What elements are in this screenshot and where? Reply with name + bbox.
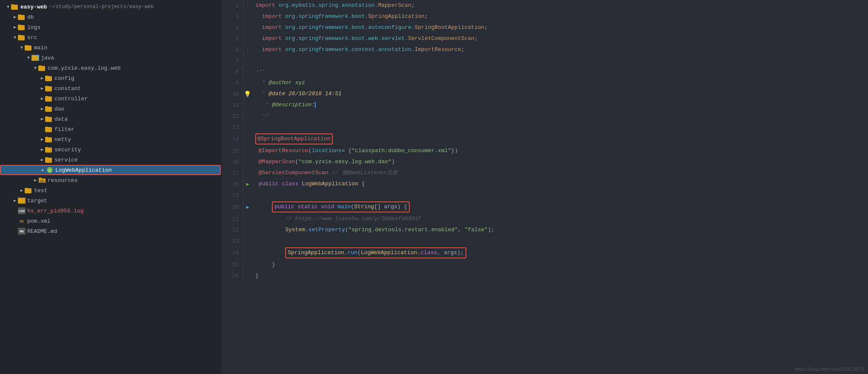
tree-item-target[interactable]: target <box>0 196 221 206</box>
code-content-16: @MapperScan("com.yzxie.easy.log.web.dao"… <box>252 156 868 167</box>
label-package: com.yzxie.easy.log.web <box>48 65 121 71</box>
fold-icon-6[interactable]: ▾ <box>246 47 249 52</box>
code-content-3: import org.springframework.boot.SpringAp… <box>252 11 868 22</box>
tree-item-netty[interactable]: netty <box>0 134 221 144</box>
folder-icon-dao <box>45 106 53 112</box>
line-num-19: 19 <box>221 190 243 201</box>
code-content-23 <box>252 235 868 246</box>
code-line-24: 24 SpringApplication.run(LogWebApplicati… <box>221 246 868 259</box>
code-line-8: 8 ▾ /** <box>221 66 868 77</box>
code-line-18: 18 ▶ public class LogWebApplication { <box>221 178 868 190</box>
arrow-main <box>19 45 25 50</box>
arrow-data <box>39 116 45 122</box>
arrow-netty <box>39 137 45 142</box>
gutter-6[interactable]: ▾ <box>243 44 252 55</box>
tree-item-config[interactable]: config <box>0 73 221 83</box>
lightbulb-icon-10: 💡 <box>244 91 251 98</box>
code-line-14: 14 @SpringBootApplication <box>221 133 868 145</box>
tree-item-dao[interactable]: dao <box>0 104 221 114</box>
fold-icon-17[interactable]: ▵ <box>246 170 249 176</box>
tree-item-data[interactable]: data <box>0 114 221 124</box>
folder-icon-filter <box>45 126 53 132</box>
folder-icon-service <box>45 157 53 163</box>
tree-item-service[interactable]: service <box>0 155 221 165</box>
tree-item-main[interactable]: main <box>0 42 221 53</box>
gutter-16 <box>243 156 252 167</box>
tree-item-db[interactable]: db <box>0 12 221 22</box>
fold-icon-2[interactable]: ▾ <box>246 3 249 8</box>
resources-icon <box>38 177 46 183</box>
tree-item-logerr[interactable]: LOG hs_err_pid958.log <box>0 206 221 216</box>
code-line-6: 6 ▾ import org.springframework.context.a… <box>221 44 868 55</box>
run-blue-icon[interactable]: ▶ <box>246 204 249 210</box>
code-line-9: 9 * @author xyz <box>221 77 868 88</box>
tree-item-controller[interactable]: controller <box>0 94 221 104</box>
code-content-21: // https://www.jianshu.com/p/3bdaafd0993… <box>252 213 868 224</box>
code-content-14: @SpringBootApplication <box>252 133 868 145</box>
arrow-config <box>39 76 45 81</box>
gutter-2[interactable]: ▾ <box>243 0 252 11</box>
arrow-controller <box>39 96 45 101</box>
line-num-12: 12 <box>221 110 243 122</box>
gutter-13 <box>243 122 252 133</box>
gutter-20[interactable]: ▶ <box>243 201 252 213</box>
tree-item-easy-web[interactable]: easy-web ~/study/personal-projects/easy-… <box>0 2 221 12</box>
gutter-21 <box>243 213 252 224</box>
gutter-3 <box>243 11 252 22</box>
tree-item-test[interactable]: test <box>0 185 221 196</box>
folder-icon-package <box>38 65 46 71</box>
file-tree[interactable]: easy-web ~/study/personal-projects/easy-… <box>0 0 221 374</box>
code-line-4: 4 import org.springframework.boot.autoco… <box>221 22 868 33</box>
tree-item-constant[interactable]: constant <box>0 83 221 94</box>
line-num-16: 16 <box>221 156 243 167</box>
gutter-12[interactable]: ▵ <box>243 110 252 122</box>
tree-item-logs[interactable]: logs <box>0 22 221 32</box>
line-num-7: 7 <box>221 55 243 66</box>
label-resources: resources <box>48 177 77 184</box>
gutter-18[interactable]: ▶ <box>243 178 252 190</box>
arrow-dao <box>39 106 45 111</box>
line-num-6: 6 <box>221 44 243 55</box>
tree-item-readme[interactable]: MD README.md <box>0 226 221 236</box>
tree-item-pomxml[interactable]: m pom.xml <box>0 216 221 226</box>
code-content-24: SpringApplication.run(LogWebApplication.… <box>252 246 868 259</box>
code-content-20: public static void main(String[] args) { <box>252 201 868 213</box>
code-content-13 <box>252 122 868 133</box>
cursor-caret <box>315 102 316 108</box>
line-num-11: 11 <box>221 99 243 110</box>
label-logwebapp: LogWebApplication <box>55 167 112 173</box>
folder-icon-java <box>31 55 39 61</box>
folder-icon-config <box>45 75 53 81</box>
arrow-db <box>12 14 18 20</box>
tree-item-package[interactable]: com.yzxie.easy.log.web <box>0 63 221 73</box>
arrow-src <box>12 35 18 40</box>
code-line-26: 26 } <box>221 270 868 281</box>
gutter-8[interactable]: ▾ <box>243 66 252 77</box>
code-line-3: 3 import org.springframework.boot.Spring… <box>221 11 868 22</box>
folder-icon-easy-web <box>11 4 19 10</box>
tree-item-src[interactable]: src <box>0 32 221 42</box>
run-green-icon[interactable]: ▶ <box>246 181 249 187</box>
fold-icon-12[interactable]: ▵ <box>246 113 249 119</box>
label-controller: controller <box>54 96 88 102</box>
arrow-test <box>19 188 25 193</box>
gutter-9 <box>243 77 252 88</box>
tree-item-logwebapp[interactable]: C LogWebApplication <box>0 165 221 175</box>
tree-item-resources[interactable]: resources <box>0 175 221 185</box>
code-line-22: 22 System.setProperty("spring.devtools.r… <box>221 224 868 235</box>
tree-item-security[interactable]: security <box>0 144 221 155</box>
tree-item-filter[interactable]: filter <box>0 124 221 134</box>
label-constant: constant <box>54 85 81 92</box>
gutter-17[interactable]: ▵ <box>243 167 252 178</box>
code-content-17: @ServletComponentScan // 使@WebListener生效 <box>252 167 868 178</box>
gutter-26 <box>243 270 252 281</box>
folder-icon-constant <box>45 85 53 91</box>
folder-icon-test <box>25 187 32 193</box>
arrow-easy-web <box>5 5 11 9</box>
folder-icon-db <box>18 14 26 20</box>
tree-item-java[interactable]: java <box>0 53 221 63</box>
fold-icon-25[interactable]: ▵ <box>246 262 249 267</box>
line-num-9: 9 <box>221 77 243 88</box>
fold-icon-8[interactable]: ▾ <box>246 69 249 74</box>
gutter-25[interactable]: ▵ <box>243 259 252 270</box>
